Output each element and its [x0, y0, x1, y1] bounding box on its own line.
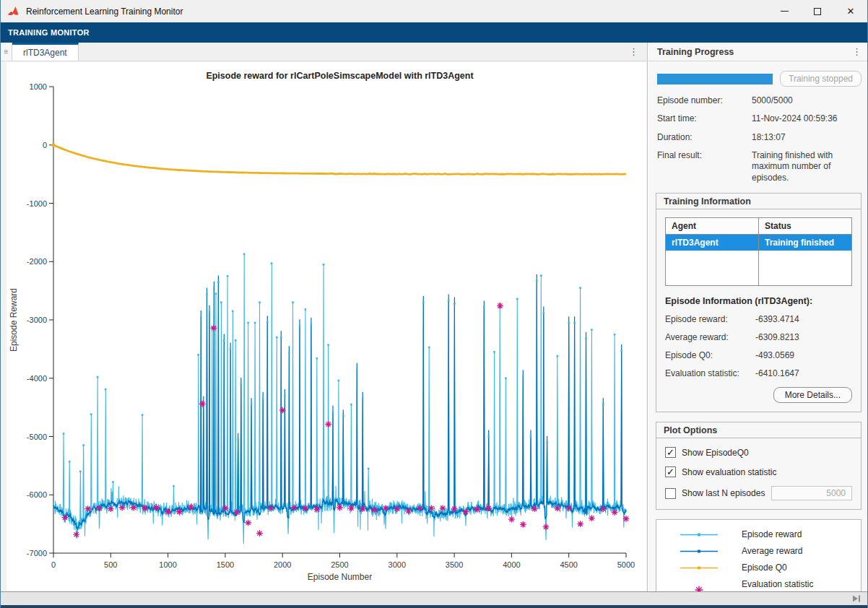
window-title: Reinforcement Learning Training Monitor	[26, 6, 183, 17]
episode-q0-line-icon	[656, 565, 742, 571]
panel-header: Training Progress ⋮	[648, 43, 868, 61]
episode-reward-line-icon	[656, 531, 742, 538]
svg-text:3500: 3500	[446, 560, 463, 569]
title-bar: Reinforcement Learning Training Monitor …	[1, 0, 867, 22]
svg-text:4000: 4000	[503, 560, 520, 569]
average-reward-line-icon	[656, 548, 742, 555]
start-time-row: Start time: 11-Nov-2024 00:59:36	[657, 106, 860, 124]
svg-text:2000: 2000	[274, 560, 291, 569]
tab-strip-menu-icon[interactable]: ⋮	[629, 43, 638, 61]
maximize-button[interactable]	[801, 0, 834, 22]
agent-status-table: Agent Status rlTD3Agent Training finishe…	[665, 217, 852, 286]
app-window: Reinforcement Learning Training Monitor …	[0, 0, 868, 608]
close-icon: ✕	[847, 6, 855, 16]
maximize-icon	[814, 8, 821, 15]
minimize-button[interactable]	[768, 0, 801, 22]
document-area: ≡ rlTD3Agent ⋮ Episode reward for rlCart…	[1, 43, 648, 591]
agent-cell: rlTD3Agent	[666, 235, 759, 251]
svg-text:-3000: -3000	[27, 316, 47, 324]
table-row-selected[interactable]: rlTD3Agent Training finished	[666, 235, 851, 251]
duration-value: 18:13:07	[752, 132, 860, 143]
ribbon-toolstrip: TRAINING MONITOR	[1, 22, 867, 43]
episode-reward-value: -6393.4714	[755, 314, 799, 324]
matlab-logo-icon	[8, 6, 20, 17]
show-episodeq0-option: ✓ Show EpisodeQ0	[665, 444, 852, 458]
episode-q0-value: -493.0569	[755, 350, 794, 360]
average-reward-value: -6309.8213	[755, 332, 799, 342]
svg-text:5000: 5000	[617, 560, 635, 569]
tab-rltd3agent[interactable]: rlTD3Agent	[12, 43, 79, 61]
svg-text:Episode reward for rlCartPoleS: Episode reward for rlCartPoleSimscapeMod…	[206, 71, 474, 81]
final-result-row: Final result: Training finished with max…	[657, 143, 860, 183]
svg-text:1000: 1000	[159, 560, 176, 569]
progress-fill	[657, 74, 773, 84]
window-frame-bottom	[1, 605, 867, 608]
svg-text:1000: 1000	[30, 82, 47, 91]
table-header-row: Agent Status	[666, 218, 851, 235]
plot-options-section: Plot Options ✓ Show EpisodeQ0 ✓ Show eva…	[656, 422, 862, 510]
training-information-section: Training Information Agent Status rlTD3A…	[656, 193, 862, 412]
status-bar	[1, 591, 867, 605]
training-progress-bar	[657, 74, 773, 84]
evaluation-statistic-row: Evaluation statistic: -6410.1647	[665, 360, 852, 378]
duration-row: Duration: 18:13:07	[657, 125, 860, 143]
last-n-episodes-input[interactable]	[771, 486, 852, 500]
svg-text:-7000: -7000	[27, 549, 47, 557]
svg-text:2500: 2500	[331, 560, 348, 569]
show-last-n-episodes-option: Show last N episodes	[665, 477, 852, 500]
more-details-button[interactable]: More Details...	[773, 387, 852, 403]
progress-info: Episode number: 5000/5000 Start time: 11…	[657, 88, 860, 183]
episode-number-row: Episode number: 5000/5000	[657, 88, 860, 106]
panel-title: Training Progress	[657, 47, 734, 57]
legend-episode-q0: Episode Q0	[656, 560, 861, 576]
svg-text:0: 0	[51, 560, 56, 569]
show-episodeq0-checkbox[interactable]: ✓	[665, 447, 676, 458]
svg-text:3000: 3000	[389, 560, 406, 569]
column-header-status: Status	[759, 218, 851, 234]
evaluation-statistic-value: -6410.1647	[755, 368, 799, 378]
svg-text:Episode Number: Episode Number	[308, 572, 372, 582]
episode-number-value: 5000/5000	[752, 95, 860, 106]
svg-text:-6000: -6000	[27, 490, 47, 499]
training-progress-panel: Training Progress ⋮ Training stopped Epi…	[648, 43, 868, 591]
svg-text:1500: 1500	[217, 560, 234, 569]
plot-options-title: Plot Options	[656, 422, 861, 438]
training-information-title: Training Information	[656, 194, 861, 209]
document-tab-strip: ≡ rlTD3Agent ⋮	[1, 43, 647, 61]
close-button[interactable]: ✕	[834, 0, 867, 22]
svg-text:Episode Reward: Episode Reward	[9, 288, 19, 352]
ribbon-tab-training-monitor[interactable]: TRAINING MONITOR	[1, 28, 90, 37]
training-plot: Episode reward for rlCartPoleSimscapeMod…	[6, 62, 646, 591]
episode-q0-row: Episode Q0: -493.0569	[665, 342, 852, 360]
episode-information-title: Episode Information (rlTD3Agent):	[665, 296, 852, 306]
svg-text:4500: 4500	[560, 560, 577, 569]
svg-text:-2000: -2000	[27, 257, 47, 266]
show-last-n-episodes-checkbox[interactable]	[665, 488, 676, 499]
legend-episode-reward: Episode reward	[656, 526, 861, 543]
show-evaluation-statistic-checkbox[interactable]: ✓	[665, 466, 676, 477]
show-evaluation-statistic-option: ✓ Show evaluation statistic	[665, 458, 852, 477]
tab-strip-grip-icon[interactable]: ≡	[1, 43, 12, 61]
episode-reward-row: Episode reward: -6393.4714	[665, 306, 852, 324]
panel-menu-icon[interactable]: ⋮	[852, 46, 862, 57]
status-cell: Training finished	[759, 235, 851, 251]
table-empty-row	[666, 251, 851, 285]
svg-text:0: 0	[43, 141, 47, 149]
tab-label: rlTD3Agent	[23, 48, 67, 58]
skip-to-end-icon[interactable]	[852, 595, 862, 602]
final-result-value: Training finished with maximum number of…	[752, 150, 860, 183]
average-reward-row: Average reward: -6309.8213	[665, 324, 852, 342]
svg-text:500: 500	[104, 560, 117, 569]
svg-text:-4000: -4000	[27, 374, 47, 383]
figure-area: Episode reward for rlCartPoleSimscapeMod…	[6, 62, 646, 591]
svg-text:-1000: -1000	[27, 199, 47, 208]
training-stopped-button[interactable]: Training stopped	[780, 71, 862, 87]
legend-average-reward: Average reward	[656, 543, 861, 560]
minimize-icon	[781, 11, 789, 12]
svg-text:-5000: -5000	[27, 433, 47, 441]
column-header-agent: Agent	[666, 218, 759, 234]
start-time-value: 11-Nov-2024 00:59:36	[752, 113, 860, 124]
